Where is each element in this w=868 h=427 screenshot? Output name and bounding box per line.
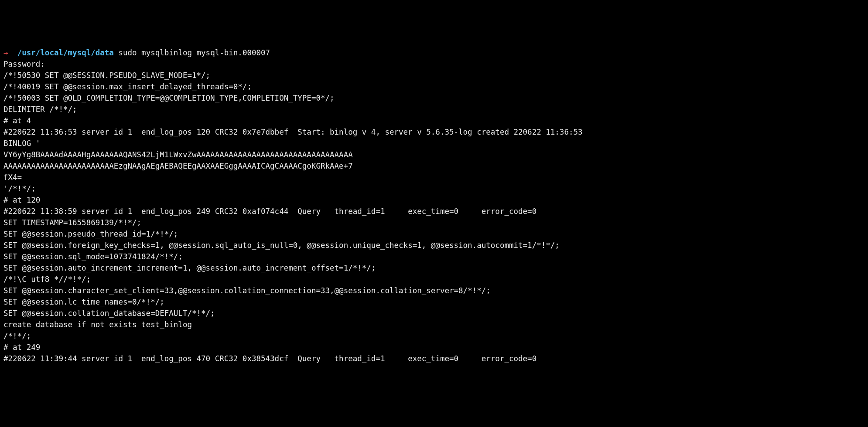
output-line: SET @@session.pseudo_thread_id=1/*!*/;: [3, 230, 178, 238]
output-line: AAAAAAAAAAAAAAAAAAAAAAAAEzgNAAgAEgAEBAQE…: [3, 162, 353, 170]
output-line: /*!*/;: [3, 332, 31, 340]
output-line: SET @@session.auto_increment_increment=1…: [3, 264, 376, 272]
output-line: # at 4: [3, 116, 31, 125]
output-line: SET @@session.collation_database=DEFAULT…: [3, 309, 215, 318]
output-line: SET @@session.character_set_client=33,@@…: [3, 286, 491, 295]
output-line: create database if not exists test_binlo…: [3, 320, 192, 329]
output-line: # at 249: [3, 343, 40, 352]
output-line: /*!50003 SET @OLD_COMPLETION_TYPE=@@COMP…: [3, 94, 335, 102]
output-line: SET @@session.sql_mode=1073741824/*!*/;: [3, 252, 183, 261]
output-line: #220622 11:36:53 server id 1 end_log_pos…: [3, 128, 583, 136]
output-line: /*!\C utf8 *//*!*/;: [3, 275, 91, 284]
output-line: #220622 11:39:44 server id 1 end_log_pos…: [3, 354, 537, 363]
output-line: DELIMITER /*!*/;: [3, 105, 77, 114]
output-line: VY6yYg8BAAAAdAAAAHgAAAAAAAQANS42LjM1LWxv…: [3, 150, 353, 159]
output-line: SET @@session.lc_time_names=0/*!*/;: [3, 298, 164, 306]
prompt-path: /usr/local/mysql/data: [17, 48, 114, 57]
output-line: '/*!*/;: [3, 184, 36, 193]
output-line: /*!40019 SET @@session.max_insert_delaye…: [3, 82, 252, 91]
output-line: #220622 11:38:59 server id 1 end_log_pos…: [3, 207, 537, 216]
prompt-command: sudo mysqlbinlog mysql-bin.000007: [118, 48, 270, 57]
output-line: # at 120: [3, 196, 40, 204]
output-line: Password:: [3, 60, 45, 68]
output-line: fX4=: [3, 173, 22, 182]
output-line: BINLOG ': [3, 139, 40, 148]
terminal-output[interactable]: → /usr/local/mysql/data sudo mysqlbinlog…: [3, 47, 865, 364]
output-line: SET TIMESTAMP=1655869139/*!*/;: [3, 218, 141, 227]
prompt-arrow: →: [3, 48, 8, 57]
output-line: /*!50530 SET @@SESSION.PSEUDO_SLAVE_MODE…: [3, 71, 210, 80]
output-line: SET @@session.foreign_key_checks=1, @@se…: [3, 241, 560, 250]
